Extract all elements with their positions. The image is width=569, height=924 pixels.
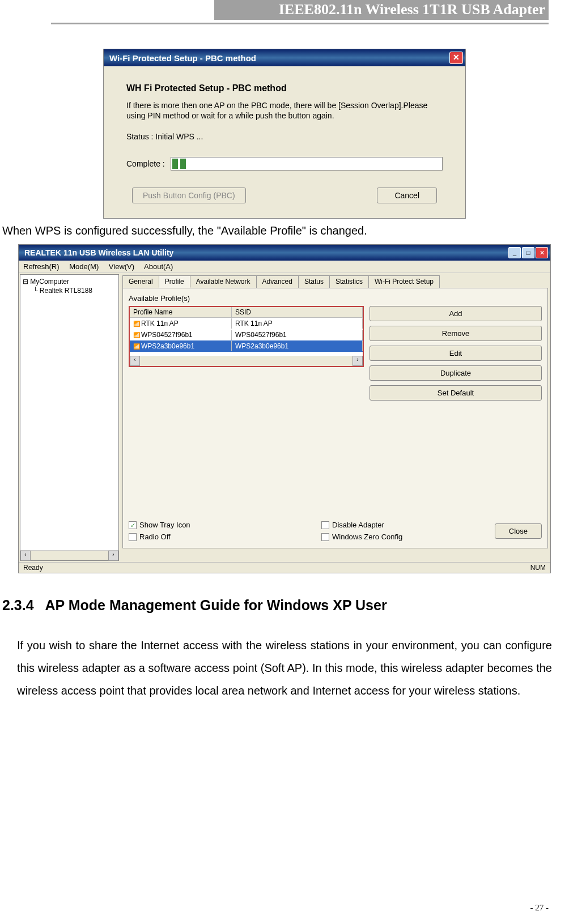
scroll-left-icon[interactable]: ‹ [20, 551, 31, 561]
tab-strip: General Profile Available Network Advanc… [122, 275, 548, 288]
tab-available-network[interactable]: Available Network [190, 275, 257, 288]
caption-text: When WPS is configured successfully, the… [2, 224, 569, 237]
status-right: NUM [530, 564, 546, 572]
list-item[interactable]: 📶WPS04527f96b1 WPS04527f96b1 [130, 329, 363, 340]
wps-titlebar[interactable]: Wi-Fi Protected Setup - PBC method ✕ [104, 49, 465, 66]
page-number: - 27 - [530, 903, 549, 913]
menu-refresh[interactable]: Refresh(R) [23, 262, 60, 271]
main-panel: General Profile Available Network Advanc… [120, 273, 550, 562]
tree-root[interactable]: ⊟ MyComputer [23, 277, 116, 286]
tab-body: Available Profile(s) Profile Name SSID 📶… [122, 288, 548, 548]
scroll-left-icon[interactable]: ‹ [130, 356, 140, 366]
menu-about[interactable]: About(A) [144, 262, 173, 271]
menu-view[interactable]: View(V) [109, 262, 134, 271]
tab-statistics[interactable]: Statistics [329, 275, 369, 288]
checkbox-show-tray[interactable]: ✓ Show Tray Icon [129, 521, 321, 529]
profile-headers: Profile Name SSID [130, 307, 363, 318]
heading-number: 2.3.4 [2, 597, 34, 613]
checkbox-radio-
            off[interactable]: Radio Off [129, 533, 321, 541]
status-left: Ready [23, 564, 43, 572]
tab-wifi-protect[interactable]: Wi-Fi Protect Setup [368, 275, 440, 288]
wps-description: If there is more then one AP on the PBC … [126, 100, 443, 121]
page-header: IEEE802.11n Wireless 1T1R USB Adapter [214, 0, 549, 20]
checkbox-disable-adapter[interactable]: Disable Adapter [321, 521, 495, 529]
wps-dialog: Wi-Fi Protected Setup - PBC method ✕ WH … [103, 49, 466, 219]
pbc-button[interactable]: Push Button Config (PBC) [132, 188, 246, 203]
remove-button[interactable]: Remove [370, 326, 542, 341]
checkbox-icon [321, 533, 329, 541]
col-profile-name[interactable]: Profile Name [130, 307, 232, 317]
list-item[interactable]: 📶WPS2a3b0e96b1 WPS2a3b0e96b1 [130, 340, 363, 352]
checkbox-icon [321, 521, 329, 529]
header-underline [51, 23, 549, 24]
close-icon[interactable]: ✕ [449, 52, 463, 64]
heading-text: AP Mode Management Guide for Windows XP … [45, 597, 387, 613]
profile-ssid: WPS04527f96b1 [232, 330, 363, 340]
utility-titlebar[interactable]: REALTEK 11n USB Wireless LAN Utility _ □… [19, 245, 550, 261]
checkbox-label: Show Tray Icon [139, 521, 190, 529]
wps-heading: WH Fi Protected Setup - PBC method [126, 83, 443, 93]
close-button[interactable]: Close [495, 523, 542, 539]
menubar: Refresh(R) Mode(M) View(V) About(A) [19, 261, 550, 273]
profile-ssid: RTK 11n AP [232, 318, 363, 329]
network-icon: 📶 [133, 332, 141, 338]
progress-bar [171, 157, 443, 171]
checkbox-label: Windows Zero Config [332, 533, 402, 541]
tree-child[interactable]: └ Realtek RTL8188 [23, 286, 116, 295]
horizontal-scrollbar[interactable]: ‹ › [130, 356, 363, 366]
maximize-icon[interactable]: □ [522, 247, 534, 258]
cancel-button[interactable]: Cancel [377, 188, 437, 203]
wps-body: WH Fi Protected Setup - PBC method If th… [104, 66, 465, 218]
tree-root-label: MyComputer [30, 278, 69, 286]
device-tree[interactable]: ⊟ MyComputer └ Realtek RTL8188 ‹ › [20, 274, 119, 561]
tab-general[interactable]: General [122, 275, 159, 288]
profile-name: RTK 11n AP [141, 320, 179, 327]
checkbox-icon [129, 533, 137, 541]
utility-title: REALTEK 11n USB Wireless LAN Utility [21, 248, 173, 257]
horizontal-scrollbar[interactable]: ‹ › [20, 550, 118, 560]
utility-window: REALTEK 11n USB Wireless LAN Utility _ □… [18, 244, 551, 573]
edit-button[interactable]: Edit [370, 346, 542, 361]
profile-section-label: Available Profile(s) [129, 294, 542, 303]
profile-list[interactable]: Profile Name SSID 📶RTK 11n AP RTK 11n AP… [129, 306, 364, 367]
progress-label: Complete : [126, 159, 165, 168]
add-button[interactable]: Add [370, 306, 542, 321]
profile-name: WPS2a3b0e96b1 [141, 342, 194, 350]
wps-window-title: Wi-Fi Protected Setup - PBC method [106, 53, 256, 63]
list-item[interactable]: 📶RTK 11n AP RTK 11n AP [130, 318, 363, 329]
status-bar: Ready NUM [19, 562, 550, 573]
tab-advanced[interactable]: Advanced [256, 275, 299, 288]
close-icon[interactable]: ✕ [536, 247, 548, 258]
wps-status: Status : Initial WPS ... [126, 132, 443, 141]
col-ssid[interactable]: SSID [232, 307, 363, 317]
scroll-right-icon[interactable]: › [353, 356, 363, 366]
section-heading: 2.3.4 AP Mode Management Guide for Windo… [2, 597, 569, 614]
checkbox-windows-zero[interactable]: Windows Zero Config [321, 533, 495, 541]
profile-ssid: WPS2a3b0e96b1 [232, 341, 363, 351]
tab-profile[interactable]: Profile [159, 275, 190, 288]
section-body: If you wish to share the Internet access… [17, 634, 552, 702]
checkbox-label: Radio Off [139, 533, 171, 541]
network-icon: 📶 [133, 343, 141, 350]
menu-mode[interactable]: Mode(M) [69, 262, 99, 271]
checkbox-label: Disable Adapter [332, 521, 384, 529]
progress-fill [172, 159, 188, 169]
duplicate-button[interactable]: Duplicate [370, 365, 542, 381]
network-icon: 📶 [133, 321, 141, 327]
profile-button-column: Add Remove Edit Duplicate Set Default [370, 306, 542, 401]
minimize-icon[interactable]: _ [508, 247, 521, 258]
set-default-button[interactable]: Set Default [370, 385, 542, 401]
tab-status[interactable]: Status [298, 275, 330, 288]
tree-child-label: Realtek RTL8188 [40, 287, 92, 295]
scroll-right-icon[interactable]: › [108, 551, 118, 561]
profile-name: WPS04527f96b1 [141, 331, 193, 339]
checkbox-icon: ✓ [129, 521, 137, 529]
